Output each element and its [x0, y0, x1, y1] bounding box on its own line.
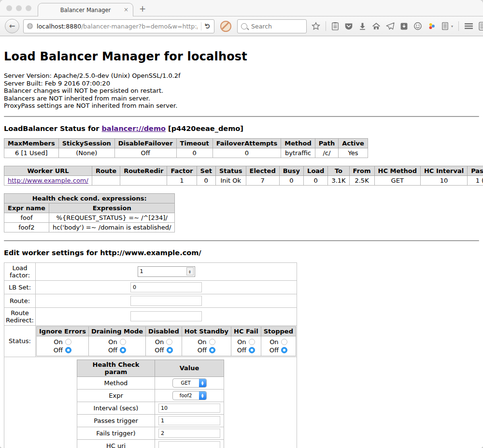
minimize-window-button[interactable]: [16, 5, 22, 11]
menu-icon[interactable]: [464, 22, 473, 30]
passes-trigger-label: Passes trigger: [77, 414, 155, 427]
fails-trigger-input[interactable]: [158, 429, 220, 438]
radio-ignore-errors-off[interactable]: [65, 347, 71, 353]
pocket-icon[interactable]: [344, 22, 353, 30]
loadbalancer-status-heading: LoadBalancer Status for balancer://demo …: [4, 125, 479, 132]
globe-icon: [27, 23, 33, 29]
method-select[interactable]: GET▲▼: [172, 378, 207, 388]
status-draining-mode: On Off: [88, 336, 145, 356]
new-tab-button[interactable]: +: [139, 4, 146, 14]
health-check-expressions-table: Health check cond. expressions: Expr nam…: [4, 193, 175, 232]
server-info: Server Version: Apache/2.5.0-dev (Unix) …: [4, 72, 479, 110]
page-content: Load Balancer Manager for localhost Serv…: [0, 36, 483, 448]
page-title: Load Balancer Manager for localhost: [4, 50, 479, 63]
search-bar[interactable]: [237, 19, 307, 33]
interval-input[interactable]: [158, 404, 220, 413]
fails-trigger-label: Fails trigger): [77, 427, 155, 439]
route-row: Route:: [4, 294, 297, 307]
radio-hc-fail-on[interactable]: [249, 339, 255, 345]
balancer-demo-link[interactable]: balancer://demo: [101, 125, 166, 132]
status-disabled: On Off: [146, 336, 182, 356]
expr-row: foof2 hc('body') =~ /domain is establish…: [4, 222, 175, 232]
status-stopped: On Off: [261, 336, 296, 356]
caret-down-icon[interactable]: ▾: [451, 24, 453, 29]
lb-set-label: LB Set:: [4, 280, 36, 294]
close-tab-icon[interactable]: ×: [124, 6, 128, 13]
radio-stopped-off[interactable]: [281, 347, 287, 353]
sidebar-icon[interactable]: [441, 22, 449, 30]
reload-icon[interactable]: ↻: [204, 23, 213, 29]
zoom-window-button[interactable]: [26, 5, 31, 11]
blocked-content-icon[interactable]: [220, 21, 231, 32]
download-icon[interactable]: [358, 22, 367, 30]
toolbar-icons: ▾: [312, 21, 483, 31]
url-domain: localhost:8880: [37, 23, 81, 30]
url-bar[interactable]: localhost:8880 /balancer-manager?b=demo&…: [23, 19, 214, 33]
lb-set-input[interactable]: [130, 282, 202, 292]
server-built: Server Built: Feb 9 2016 07:00:20: [4, 80, 479, 87]
tab-balancer-manager[interactable]: Balancer Manager ×: [38, 3, 133, 16]
balancer-status-table: MaxMembers StickySession DisableFailover…: [4, 138, 368, 158]
radio-hot-standby-off[interactable]: [209, 347, 215, 353]
lb-set-row: LB Set:: [4, 280, 297, 294]
apps-grid-icon[interactable]: [479, 22, 483, 31]
status-hc-fail: On Off: [231, 336, 261, 356]
url-path: /balancer-manager?b=demo&w=http://www.ex…: [81, 23, 198, 30]
expr-row: foof %{REQUEST_STATUS} =~ /^[234]/: [4, 213, 175, 222]
radio-draining-mode-off[interactable]: [120, 347, 126, 353]
chat-smiley-icon[interactable]: [413, 22, 422, 30]
home-icon[interactable]: [372, 22, 381, 30]
load-factor-label: Load factor:: [4, 262, 36, 280]
radio-stopped-on[interactable]: [281, 339, 287, 345]
worker-url-link[interactable]: http://www.example.com/: [8, 177, 88, 184]
navigation-toolbar: ← localhost:8880 /balancer-manager?b=dem…: [0, 16, 483, 36]
divider: [4, 240, 479, 241]
status-row: Status: Ignore Errors Draining Mode Disa…: [4, 325, 297, 357]
health-check-param-row: Health Check param Value Method GET▲▼ Ex…: [4, 357, 297, 448]
radio-draining-mode-on[interactable]: [120, 339, 126, 345]
worker-row: http://www.example.com/ 1 0 Init Ok 7 0 …: [4, 175, 483, 185]
close-window-button[interactable]: [6, 5, 12, 11]
colored-dots-icon[interactable]: [427, 22, 436, 30]
hc-uri-label: HC uri: [77, 439, 155, 448]
route-redirect-label: Route Redirect:: [4, 307, 36, 325]
window-controls: [6, 5, 31, 11]
worker-table: Worker URL Route RouteRedir Factor Set S…: [4, 166, 483, 186]
radio-disabled-off[interactable]: [167, 347, 173, 353]
radio-hc-fail-off[interactable]: [249, 347, 255, 353]
hc-uri-input[interactable]: [158, 441, 220, 448]
route-input[interactable]: [130, 296, 202, 306]
expr-table-title: Health check cond. expressions:: [4, 193, 175, 203]
passes-trigger-input[interactable]: [158, 416, 220, 425]
number-stepper-icon[interactable]: ▲▼: [186, 267, 194, 275]
status-ignore-errors: On Off: [37, 336, 89, 356]
edit-worker-form: Load factor: ▲▼ LB Set: Route: Route Red…: [4, 262, 297, 448]
balancer-status-row: 6 [1 Used] (None) Off 0 0 bytraffic /c/ …: [4, 148, 368, 158]
send-icon[interactable]: [386, 22, 395, 30]
browser-window: Balancer Manager × + ← localhost:8880 /b…: [0, 0, 483, 448]
edit-worker-heading: Edit worker settings for http://www.exam…: [4, 249, 479, 257]
route-redirect-input[interactable]: [130, 311, 202, 321]
back-button[interactable]: ←: [5, 19, 19, 33]
save-panel-icon[interactable]: [400, 22, 408, 30]
bookmark-star-icon[interactable]: [312, 22, 320, 30]
select-stepper-icon: ▲▼: [199, 379, 206, 387]
radio-ignore-errors-on[interactable]: [65, 339, 71, 345]
radio-hot-standby-on[interactable]: [209, 339, 215, 345]
clipboard-icon[interactable]: [331, 22, 339, 30]
method-label: Method: [77, 376, 155, 389]
tab-bar: Balancer Manager × +: [0, 0, 483, 16]
persist-note: Balancer changes will NOT be persisted o…: [4, 87, 479, 95]
load-factor-input[interactable]: ▲▼: [138, 266, 195, 277]
proxypass-note: ProxyPass settings are NOT inherited fro…: [4, 102, 479, 110]
radio-disabled-on[interactable]: [166, 339, 172, 345]
expr-label: Expr: [77, 389, 155, 402]
load-factor-row: Load factor: ▲▼: [4, 262, 297, 280]
search-icon: [241, 23, 247, 29]
server-version: Server Version: Apache/2.5.0-dev (Unix) …: [4, 72, 479, 80]
expr-select[interactable]: foof2▲▼: [172, 391, 207, 400]
search-input[interactable]: [250, 22, 296, 30]
interval-label: Interval (secs): [77, 402, 155, 414]
route-label: Route:: [4, 294, 36, 307]
tab-title: Balancer Manager: [60, 7, 111, 14]
